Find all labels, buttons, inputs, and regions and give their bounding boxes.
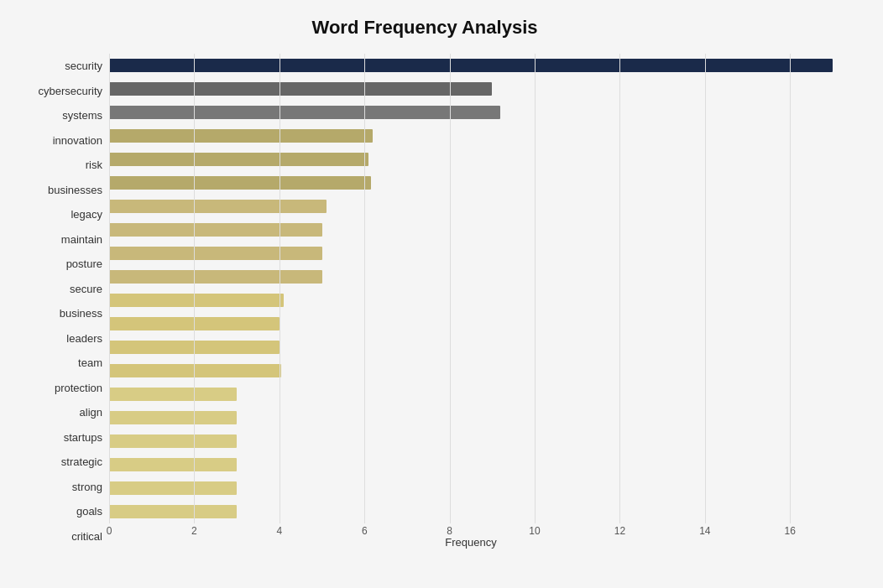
bar-row xyxy=(109,291,833,310)
bar-row xyxy=(109,56,833,75)
bar xyxy=(109,458,237,471)
x-axis-label: Frequency xyxy=(445,536,496,549)
y-label: critical xyxy=(71,531,102,542)
y-label: goals xyxy=(76,506,102,517)
bar-row xyxy=(109,197,833,216)
y-label: posture xyxy=(66,258,102,269)
x-tick: 14 xyxy=(699,525,710,537)
bar-row xyxy=(109,268,833,286)
y-label: business xyxy=(60,308,102,319)
bar-row xyxy=(109,103,833,122)
bar xyxy=(109,434,237,448)
bar-row xyxy=(109,338,833,356)
x-axis: 0246810121416Frequency xyxy=(109,523,833,549)
x-tick: 6 xyxy=(362,525,368,537)
bar xyxy=(109,223,322,237)
y-label: secure xyxy=(70,284,102,294)
y-label: innovation xyxy=(53,135,102,146)
bar xyxy=(109,129,373,143)
bar xyxy=(109,505,237,518)
x-tick: 16 xyxy=(785,525,796,537)
bar-row xyxy=(109,221,833,239)
y-label: align xyxy=(80,407,102,418)
bars-and-grid: 0246810121416Frequency xyxy=(109,54,833,549)
y-label: leaders xyxy=(66,333,102,344)
bar xyxy=(109,106,500,119)
x-tick: 8 xyxy=(447,525,452,537)
y-label: strategic xyxy=(61,456,102,467)
y-label: startups xyxy=(64,432,102,443)
bar xyxy=(109,153,368,166)
bar-row xyxy=(109,244,833,263)
bar-row xyxy=(109,80,833,98)
bar-row xyxy=(109,455,833,474)
bar xyxy=(109,388,237,401)
y-axis: securitycybersecuritysystemsinnovationri… xyxy=(17,54,109,549)
bar-row xyxy=(109,150,833,169)
bar-row xyxy=(109,408,833,427)
x-tick: 12 xyxy=(614,525,625,537)
bar xyxy=(109,247,322,260)
bar xyxy=(109,481,237,495)
bar xyxy=(109,176,371,190)
bar xyxy=(109,200,327,213)
x-tick: 2 xyxy=(191,525,197,537)
bar xyxy=(109,270,322,284)
y-label: maintain xyxy=(61,234,102,245)
bar xyxy=(109,341,280,354)
x-tick: 0 xyxy=(107,525,112,537)
y-label: systems xyxy=(62,110,102,121)
bar-row xyxy=(109,502,833,521)
y-label: legacy xyxy=(71,209,102,220)
x-tick: 4 xyxy=(276,525,282,537)
bar xyxy=(109,364,281,377)
bar xyxy=(109,59,833,72)
bar xyxy=(109,294,284,307)
chart-area: securitycybersecuritysystemsinnovationri… xyxy=(17,54,833,549)
y-label: strong xyxy=(72,481,102,492)
bar-row xyxy=(109,362,833,380)
bar-row xyxy=(109,127,833,145)
chart-title: Word Frequency Analysis xyxy=(17,17,833,39)
bar xyxy=(109,82,492,96)
y-label: cybersecurity xyxy=(38,86,102,96)
x-tick: 10 xyxy=(529,525,540,537)
y-label: team xyxy=(78,357,102,368)
bar-row xyxy=(109,479,833,497)
y-label: risk xyxy=(86,159,102,170)
chart-container: Word Frequency Analysis securitycybersec… xyxy=(0,0,883,588)
bar xyxy=(109,317,280,330)
bar-row xyxy=(109,315,833,333)
bar-row xyxy=(109,174,833,192)
y-label: protection xyxy=(55,382,102,393)
y-label: security xyxy=(65,60,102,71)
bar-row xyxy=(109,432,833,450)
bar xyxy=(109,411,237,424)
bar-row xyxy=(109,385,833,403)
y-label: businesses xyxy=(48,185,102,195)
bars-wrapper xyxy=(109,54,833,549)
